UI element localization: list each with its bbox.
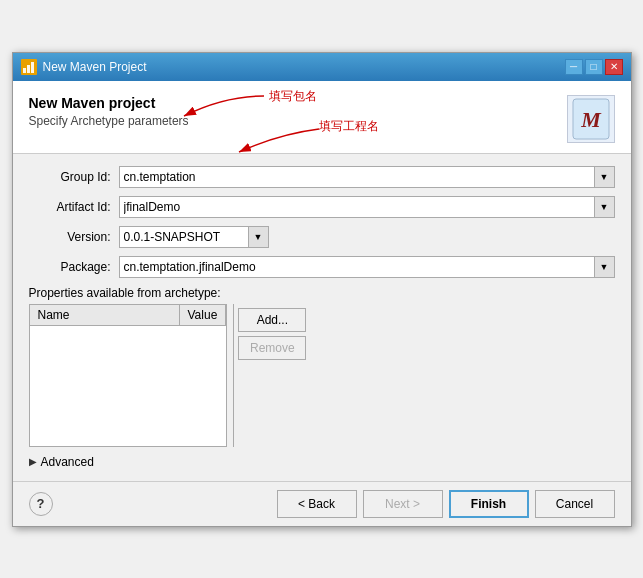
package-input-wrap: ▼: [119, 256, 615, 278]
footer-right: < Back Next > Finish Cancel: [277, 490, 615, 518]
annotation-package: 填写包名: [269, 88, 317, 105]
title-bar-left: New Maven Project: [21, 59, 147, 75]
svg-rect-2: [31, 62, 34, 73]
cancel-button[interactable]: Cancel: [535, 490, 615, 518]
remove-button[interactable]: Remove: [238, 336, 306, 360]
finish-button[interactable]: Finish: [449, 490, 529, 518]
svg-rect-1: [27, 65, 30, 73]
close-button[interactable]: ✕: [605, 59, 623, 75]
artifact-id-row: Artifact Id: ▼: [29, 196, 615, 218]
dialog-footer: ? < Back Next > Finish Cancel: [13, 481, 631, 526]
column-value-header: Value: [180, 305, 227, 325]
properties-label: Properties available from archetype:: [29, 286, 615, 300]
version-row: Version: ▼: [29, 226, 615, 248]
advanced-triangle-icon: ▶: [29, 456, 37, 467]
artifact-id-input[interactable]: [119, 196, 595, 218]
minimize-button[interactable]: ─: [565, 59, 583, 75]
maximize-button[interactable]: □: [585, 59, 603, 75]
version-input[interactable]: [119, 226, 249, 248]
properties-table: Name Value: [30, 305, 227, 446]
help-button[interactable]: ?: [29, 492, 53, 516]
version-label: Version:: [29, 230, 119, 244]
advanced-row[interactable]: ▶ Advanced: [29, 455, 615, 469]
properties-table-container: Name Value: [29, 304, 228, 447]
annotation-arrow-project: [219, 114, 329, 164]
dialog-window: New Maven Project ─ □ ✕ New Maven projec…: [12, 52, 632, 527]
group-id-input[interactable]: [119, 166, 595, 188]
svg-text:M: M: [580, 107, 602, 132]
package-label: Package:: [29, 260, 119, 274]
package-dropdown[interactable]: ▼: [595, 256, 615, 278]
title-bar-controls: ─ □ ✕: [565, 59, 623, 75]
group-id-input-wrap: ▼: [119, 166, 615, 188]
dialog-body: 填写包名 填写工程名 Group Id: ▼: [13, 154, 631, 481]
table-buttons: Add... Remove: [233, 304, 310, 447]
group-id-dropdown[interactable]: ▼: [595, 166, 615, 188]
group-id-label: Group Id:: [29, 170, 119, 184]
window-title: New Maven Project: [43, 60, 147, 74]
table-body: [30, 326, 227, 446]
properties-section: Properties available from archetype: Nam…: [29, 286, 615, 447]
add-button[interactable]: Add...: [238, 308, 306, 332]
package-row: Package: ▼: [29, 256, 615, 278]
group-id-row: Group Id: ▼: [29, 166, 615, 188]
version-select-wrap: ▼: [119, 226, 269, 248]
back-button[interactable]: < Back: [277, 490, 357, 518]
title-bar: New Maven Project ─ □ ✕: [13, 53, 631, 81]
version-dropdown[interactable]: ▼: [249, 226, 269, 248]
artifact-id-dropdown[interactable]: ▼: [595, 196, 615, 218]
maven-logo: M: [567, 95, 615, 143]
column-name-header: Name: [30, 305, 180, 325]
svg-rect-0: [23, 68, 26, 73]
title-bar-icon: [21, 59, 37, 75]
next-button[interactable]: Next >: [363, 490, 443, 518]
footer-left: ?: [29, 492, 53, 516]
table-header: Name Value: [30, 305, 227, 326]
artifact-id-label: Artifact Id:: [29, 200, 119, 214]
package-input[interactable]: [119, 256, 595, 278]
artifact-id-input-wrap: ▼: [119, 196, 615, 218]
advanced-label: Advanced: [41, 455, 94, 469]
